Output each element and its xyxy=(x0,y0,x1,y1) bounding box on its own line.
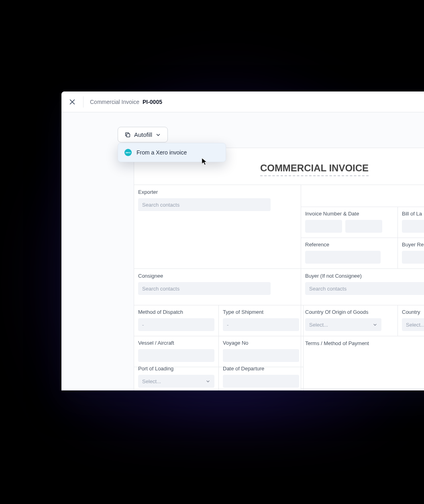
invoice-number-date-cell: Invoice Number & Date xyxy=(301,207,398,238)
port-loading-select[interactable]: Select... xyxy=(138,375,214,388)
country-select[interactable]: Select... xyxy=(402,318,424,331)
consignee-label: Consignee xyxy=(138,273,297,279)
bill-of-lading-cell: Bill of La xyxy=(398,207,424,238)
dropdown-item-xero[interactable]: xero From a Xero invoice xyxy=(118,143,226,162)
doc-type-label: Commercial Invoice xyxy=(90,99,139,105)
title-divider xyxy=(83,96,84,108)
vessel-label: Vessel / Aircraft xyxy=(138,340,214,346)
buyer-reference-cell: Buyer Re xyxy=(398,238,424,269)
date-departure-cell: Date of Departure xyxy=(218,362,304,390)
content-area: Autofill xero From a Xero invoice COMMER… xyxy=(61,112,424,390)
doc-code: PI-0005 xyxy=(143,99,162,105)
autofill-button[interactable]: Autofill xyxy=(118,127,168,142)
buyer-cell: Buyer (If not Consignee) Search contacts xyxy=(301,268,424,305)
exporter-cell: Exporter Search contacts xyxy=(134,185,301,269)
exporter-search-input[interactable]: Search contacts xyxy=(138,198,271,211)
autofill-dropdown: xero From a Xero invoice xyxy=(118,143,226,162)
reference-cell: Reference xyxy=(301,238,398,269)
buyer-reference-label: Buyer Re xyxy=(402,242,424,248)
country-origin-label: Country Of Origin of Goods xyxy=(305,309,393,315)
reference-label: Reference xyxy=(305,242,393,248)
voyage-label: Voyage No xyxy=(223,340,299,346)
app-window: Commercial Invoice PI-0005 Autofill xero… xyxy=(61,91,424,390)
buyer-reference-input[interactable] xyxy=(402,251,424,264)
country-origin-cell: Country Of Origin of Goods Select... xyxy=(301,305,398,336)
terms-payment-cell: Terms / Method of Payment xyxy=(301,336,424,389)
type-shipment-cell: Type of Shipment - xyxy=(218,305,304,336)
copy-icon xyxy=(124,132,131,138)
port-loading-label: Port of Loading xyxy=(138,366,214,372)
country-cell: Country Select... xyxy=(398,305,424,336)
type-shipment-input[interactable]: - xyxy=(223,318,299,331)
chevron-down-icon xyxy=(155,132,161,138)
voyage-input[interactable] xyxy=(223,349,299,362)
bill-of-lading-input[interactable] xyxy=(402,220,424,233)
port-loading-cell: Port of Loading Select... xyxy=(134,362,219,390)
consignee-cell: Consignee Search contacts xyxy=(134,268,301,305)
country-label: Country xyxy=(402,309,424,315)
terms-payment-label: Terms / Method of Payment xyxy=(305,340,424,346)
bill-of-lading-label: Bill of La xyxy=(402,211,424,217)
date-departure-input[interactable] xyxy=(223,375,299,388)
invoice-number-date-label: Invoice Number & Date xyxy=(305,211,393,217)
buyer-label: Buyer (If not Consignee) xyxy=(305,273,424,279)
close-icon[interactable] xyxy=(68,98,77,106)
document-title: COMMERCIAL INVOICE xyxy=(260,163,369,176)
autofill-label: Autofill xyxy=(134,131,152,138)
type-shipment-label: Type of Shipment xyxy=(223,309,299,315)
dropdown-item-label: From a Xero invoice xyxy=(137,149,187,156)
vessel-input[interactable] xyxy=(138,349,214,362)
xero-icon: xero xyxy=(124,149,132,156)
exporter-label: Exporter xyxy=(138,189,297,195)
reference-input[interactable] xyxy=(305,251,381,264)
method-dispatch-label: Method of Dispatch xyxy=(138,309,214,315)
method-dispatch-input[interactable]: - xyxy=(138,318,214,331)
date-departure-label: Date of Departure xyxy=(223,366,299,372)
svg-rect-2 xyxy=(126,134,130,137)
invoice-date-input[interactable] xyxy=(345,220,382,233)
country-origin-select[interactable]: Select... xyxy=(305,318,381,331)
invoice-number-input[interactable] xyxy=(305,220,342,233)
method-dispatch-cell: Method of Dispatch - xyxy=(134,305,219,336)
titlebar: Commercial Invoice PI-0005 xyxy=(61,91,424,112)
consignee-search-input[interactable]: Search contacts xyxy=(138,282,271,295)
invoice-document: COMMERCIAL INVOICE Exporter Search conta… xyxy=(134,148,424,390)
blank-header-cell xyxy=(301,185,424,207)
buyer-search-input[interactable]: Search contacts xyxy=(305,282,424,295)
